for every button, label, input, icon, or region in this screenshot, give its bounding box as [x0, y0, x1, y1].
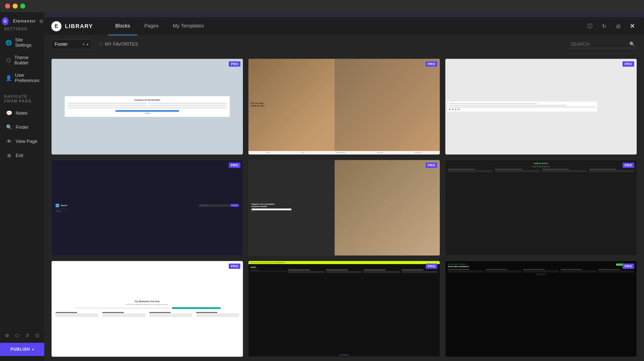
- ef-footer-line4: [102, 314, 145, 314]
- publish-label: PUBLISH: [10, 347, 30, 352]
- matro-col5-line1: [402, 271, 438, 271]
- modal-tabs: Blocks Pages My Templates: [108, 17, 585, 35]
- category-filter-dropdown[interactable]: Footer × ▾: [51, 39, 92, 49]
- sidebar-item-notes[interactable]: 💬 Notes: [2, 106, 43, 120]
- kt-col3-line2: [542, 171, 587, 171]
- grow-top: THE ELEMENTOR PRO FOR A LOGO Grow with c…: [448, 264, 634, 268]
- ef-footer-line11: [196, 315, 239, 316]
- ef-subtitle: I am block. Click edit button to change …: [126, 304, 169, 305]
- pro-badge-contact: PRO: [623, 61, 634, 67]
- template-card-grow[interactable]: THE ELEMENTOR PRO FOR A LOGO Grow with c…: [445, 261, 637, 357]
- template-card-beyond[interactable]: Beyond Enter your email Yes, Please! © B…: [51, 160, 243, 256]
- minimize-window-button[interactable]: [13, 4, 18, 9]
- sidebar-bottom-icons: ⚙ ⬡ ↺ ⊡: [0, 328, 44, 343]
- tab-pages[interactable]: Pages: [137, 17, 166, 35]
- grow-col5: [598, 269, 634, 273]
- tab-blocks[interactable]: Blocks: [108, 17, 137, 35]
- pro-badge-beauty: PRO: [426, 61, 437, 67]
- dot3: [149, 113, 150, 114]
- kt-icon3: [537, 166, 538, 167]
- matro-header: Need help? Call our award-winning suppor…: [248, 261, 440, 264]
- kt-col4: [589, 169, 634, 172]
- ef-footer-col1: [56, 312, 98, 317]
- pro-badge-schedule: PRO: [229, 61, 240, 67]
- beauty-img: LET US TAKECARE OF YOU: [248, 59, 440, 151]
- sidebar-item-exit[interactable]: ⊕ Exit: [2, 148, 43, 163]
- grow-col1-head: [448, 269, 470, 270]
- tab-blocks-label: Blocks: [115, 23, 130, 29]
- pro-badge-matro: PRO: [426, 264, 437, 269]
- template-card-matro[interactable]: Need help? Call our award-winning suppor…: [248, 261, 440, 357]
- matro-col1-line: [250, 271, 287, 271]
- close-window-button[interactable]: [5, 4, 10, 9]
- cons-img: [335, 160, 440, 256]
- contact-social4: [458, 109, 459, 110]
- beyond-dots: [56, 211, 239, 212]
- matro-col4-line1: [364, 271, 400, 271]
- template-card-schedule[interactable]: SCHEDULE AN APPOINTMENT: [51, 59, 243, 155]
- beauty-nav-item2: SHOP: [301, 152, 304, 153]
- ef-footer-line2: [56, 315, 98, 316]
- sidebar-item-site-settings[interactable]: 🌐 Site Settings: [2, 34, 43, 51]
- sidebar-item-view-page[interactable]: 👁 View Page: [2, 134, 43, 148]
- save-button[interactable]: ⊟: [614, 22, 623, 31]
- cons-left: Request a free consultationand price est…: [248, 160, 335, 256]
- elementor-logo-area: E Elementor ⊞: [0, 17, 44, 25]
- cons-footer: Brand Flooring: [251, 211, 332, 212]
- user-preferences-label: User Preferences: [15, 73, 39, 83]
- grid-icon[interactable]: ⊞: [39, 18, 44, 25]
- template-card-keep-in-touch[interactable]: KEEP IN TOUCH: [445, 160, 637, 256]
- close-modal-button[interactable]: ✕: [628, 22, 637, 31]
- pro-badge-consultation: PRO: [426, 163, 437, 168]
- sidebar-item-finder[interactable]: 🔍 Finder: [2, 120, 43, 134]
- contact-row1: [449, 103, 537, 104]
- pro-badge-elementor-free: PRO: [229, 264, 240, 269]
- grow-dot5: [544, 274, 546, 275]
- grow-col3-line2: [523, 271, 559, 272]
- responsive-icon[interactable]: ⊡: [33, 332, 41, 339]
- template-thumb-elementor-free: Try Elementor For Free I am block. Click…: [52, 261, 243, 357]
- matro-dot3: [343, 354, 345, 356]
- template-card-beauty[interactable]: LET US TAKECARE OF YOU FLAIR SHOP WORKIN…: [248, 59, 440, 155]
- grow-col1-line3: [448, 272, 484, 272]
- history-icon[interactable]: ↺: [23, 332, 31, 339]
- matro-dot2: [341, 354, 343, 356]
- info-button[interactable]: ⓘ: [585, 22, 594, 31]
- grow-col5-line3: [598, 272, 634, 272]
- sidebar-item-user-preferences[interactable]: 👤 User Preferences: [2, 69, 43, 87]
- sync-button[interactable]: ↻: [600, 22, 609, 31]
- publish-bar[interactable]: PUBLISH ▾: [0, 343, 44, 356]
- template-card-consultation[interactable]: Request a free consultationand price est…: [248, 160, 440, 256]
- globe-icon: 🌐: [6, 39, 12, 46]
- template-card-elementor-free[interactable]: Try Elementor For Free I am block. Click…: [51, 261, 243, 357]
- grow-cols: [448, 269, 634, 273]
- filter-clear-button[interactable]: ×: [82, 42, 85, 47]
- grow-left: THE ELEMENTOR PRO FOR A LOGO Grow with c…: [448, 264, 469, 268]
- layers2-icon[interactable]: ⬡: [13, 332, 21, 339]
- matro-col5-line3: [402, 272, 438, 273]
- eye-icon: 👁: [6, 138, 13, 145]
- schedule-field2: [148, 102, 227, 104]
- grow-col5-head: [598, 269, 620, 270]
- elementor-icon-letter: E: [4, 19, 6, 23]
- maximize-window-button[interactable]: [20, 4, 25, 9]
- search-input[interactable]: [571, 42, 629, 47]
- settings-icon[interactable]: ⚙: [3, 332, 11, 339]
- ef-footer-col2: [102, 312, 145, 317]
- beyond-icon: [56, 204, 59, 207]
- schedule-field5: [68, 107, 227, 109]
- heart-icon: ♡: [99, 42, 103, 47]
- grow-col4-line3: [561, 272, 597, 272]
- ef-footer-line3: [56, 316, 98, 317]
- ef-footer-head2: [102, 312, 124, 313]
- tab-my-templates[interactable]: My Templates: [166, 17, 211, 35]
- favorites-button[interactable]: ♡ MY FAVORITES: [96, 40, 141, 49]
- template-card-contact-cols[interactable]: PRO: [445, 59, 637, 155]
- pro-badge-grow: PRO: [623, 264, 634, 269]
- grow-col1-line2: [448, 271, 484, 272]
- grow-col3-head: [523, 269, 545, 270]
- matro-col1: I am text block click edit: [250, 269, 287, 273]
- template-thumb-matro: Need help? Call our award-winning suppor…: [248, 261, 440, 357]
- beauty-nav: FLAIR SHOP WORKING HOURS BOOK NOW NEWSLE…: [248, 151, 440, 154]
- sidebar-item-theme-builder[interactable]: ⬡ Theme Builder: [2, 51, 43, 69]
